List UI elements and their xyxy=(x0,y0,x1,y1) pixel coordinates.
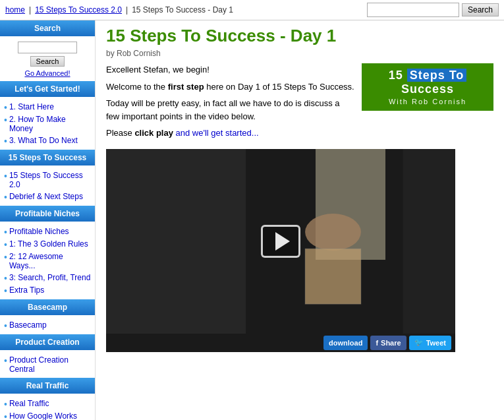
facebook-icon: f xyxy=(376,339,378,347)
sidebar-item-3-golden[interactable]: • 1: The 3 Golden Rules xyxy=(4,238,91,251)
click-play-after: and we'll get started... xyxy=(176,128,259,138)
breadcrumb-sep2: | xyxy=(126,5,128,15)
sidebar-item-how-make-money[interactable]: • 2. How To Make Money xyxy=(4,113,91,135)
sidebar-item-start-here[interactable]: • 1. Start Here xyxy=(4,101,91,113)
bullet-icon: • xyxy=(4,240,7,249)
logo-box: 15 Steps To Success With Rob Cornish xyxy=(362,63,493,111)
top-search-button[interactable]: Search xyxy=(462,3,499,16)
logo-steps-blue: Steps To xyxy=(407,69,467,82)
svg-point-2 xyxy=(305,214,361,251)
sidebar-basecamp-header: Basecamp xyxy=(0,299,95,315)
bullet-icon: • xyxy=(4,412,7,420)
sidebar-item-real-traffic[interactable]: • Real Traffic xyxy=(4,398,91,410)
breadcrumb-link1[interactable]: 15 Steps To Success 2.0 xyxy=(35,5,122,15)
sidebar-product-items: • Product Creation Central xyxy=(0,351,95,378)
sidebar-15steps-items: • 15 Steps To Success 2.0 • Debrief & Ne… xyxy=(0,167,95,206)
sidebar-traffic-header: Real Traffic xyxy=(0,378,95,394)
bullet-icon: • xyxy=(4,286,7,295)
page-title: 15 Steps To Success - Day 1 xyxy=(106,26,493,46)
top-search-input[interactable] xyxy=(367,3,459,17)
sidebar-basecamp-items: • Basecamp xyxy=(0,316,95,334)
bullet-icon: • xyxy=(4,253,7,262)
breadcrumb-home[interactable]: home xyxy=(5,5,25,15)
sidebar-search-input[interactable] xyxy=(18,42,77,53)
bullet-icon: • xyxy=(4,193,7,202)
sidebar: Search Search Go Advanced! Let's Get Sta… xyxy=(0,20,96,420)
sidebar-item-debrief[interactable]: • Debrief & Next Steps xyxy=(4,191,91,203)
sidebar-item-search-profit[interactable]: • 3: Search, Profit, Trend xyxy=(4,272,91,284)
svg-rect-6 xyxy=(403,149,456,334)
bullet-icon: • xyxy=(4,103,7,112)
intro-para-3: Please click play and we'll get started.… xyxy=(106,127,355,140)
author-line: by Rob Cornish xyxy=(106,49,493,58)
top-search-area: Search xyxy=(367,3,499,17)
sidebar-lets-get-started-items: • 1. Start Here • 2. How To Make Money •… xyxy=(0,98,95,150)
sidebar-lets-get-started-header: Let's Get Started! xyxy=(0,81,95,97)
main-content: 15 Steps To Success - Day 1 by Rob Corni… xyxy=(96,20,504,420)
intro-text: Excellent Stefan, we begin! Welcome to t… xyxy=(106,63,355,144)
bullet-icon: • xyxy=(4,171,7,181)
sidebar-profitable-items: • Profitable Niches • 1: The 3 Golden Ru… xyxy=(0,223,95,299)
breadcrumb-current: 15 Steps To Success - Day 1 xyxy=(132,5,233,15)
sidebar-search-box: Search Go Advanced! xyxy=(0,38,95,81)
sidebar-traffic-items: • Real Traffic • How Google Works • Gues… xyxy=(0,395,95,420)
logo-bottom-line: With Rob Cornish xyxy=(368,98,487,105)
intro-para-2: Today will be pretty easy, in fact all w… xyxy=(106,97,355,123)
svg-rect-5 xyxy=(106,149,246,334)
facebook-share-button[interactable]: f Share xyxy=(370,336,406,350)
bullet-icon: • xyxy=(4,227,7,237)
breadcrumb-bar: home | 15 Steps To Success 2.0 | 15 Step… xyxy=(0,0,504,20)
tweet-label: Tweet xyxy=(426,339,446,347)
sidebar-item-what-to-do[interactable]: • 3. What To Do Next xyxy=(4,135,91,147)
greeting-para: Excellent Stefan, we begin! xyxy=(106,63,355,76)
bullet-icon: • xyxy=(4,274,7,283)
logo-top-line: 15 Steps To Success xyxy=(368,69,487,96)
tweet-bird-icon: 🐦 xyxy=(414,338,424,347)
sidebar-search-button[interactable]: Search xyxy=(30,56,65,67)
sidebar-item-15steps-2[interactable]: • 15 Steps To Success 2.0 xyxy=(4,169,91,191)
bullet-icon: • xyxy=(4,356,7,365)
bullet-icon: • xyxy=(4,136,7,146)
bullet-icon: • xyxy=(4,115,7,125)
share-label: Share xyxy=(381,339,401,347)
bullet-icon: • xyxy=(4,400,7,409)
sidebar-item-12-awesome[interactable]: • 2: 12 Awesome Ways... xyxy=(4,251,91,272)
sidebar-15steps-header: 15 Steps To Success xyxy=(0,150,95,165)
svg-rect-3 xyxy=(305,249,361,304)
bullet-icon: • xyxy=(4,321,7,330)
layout: Search Search Go Advanced! Let's Get Sta… xyxy=(0,20,504,420)
intro-section: Excellent Stefan, we begin! Welcome to t… xyxy=(106,63,493,144)
sidebar-item-profitable-niches[interactable]: • Profitable Niches xyxy=(4,225,91,238)
breadcrumb-sep1: | xyxy=(29,5,31,15)
video-bottom-bar: download f Share 🐦 Tweet xyxy=(106,334,455,352)
sidebar-item-product-central[interactable]: • Product Creation Central xyxy=(4,354,91,375)
sidebar-product-header: Product Creation xyxy=(0,334,95,350)
sidebar-go-advanced-link[interactable]: Go Advanced! xyxy=(5,69,90,77)
sidebar-item-extra-tips[interactable]: • Extra Tips xyxy=(4,284,91,297)
sidebar-search-header: Search xyxy=(0,20,95,36)
sidebar-item-basecamp[interactable]: • Basecamp xyxy=(4,319,91,332)
play-button[interactable] xyxy=(261,225,300,258)
sidebar-profitable-header: Profitable Niches xyxy=(0,206,95,222)
video-placeholder xyxy=(106,149,455,334)
sidebar-item-google-works[interactable]: • How Google Works xyxy=(4,410,91,420)
tweet-button[interactable]: 🐦 Tweet xyxy=(409,336,451,350)
first-step-bold: first step xyxy=(168,82,204,92)
download-button[interactable]: download xyxy=(323,336,368,350)
click-play-bold: click play xyxy=(134,128,173,138)
intro-para-1: Welcome to the first step here on Day 1 … xyxy=(106,80,355,94)
video-player[interactable] xyxy=(106,149,455,334)
